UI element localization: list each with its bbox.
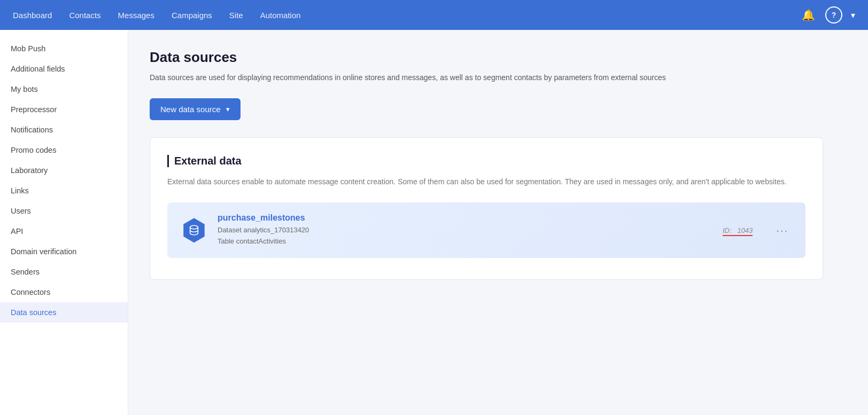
svg-point-0 [190,225,198,229]
sidebar-item-links[interactable]: Links [0,181,128,201]
sidebar-item-notifications[interactable]: Notifications [0,120,128,140]
sidebar: Mob Push Additional fields My bots Prepr… [0,30,128,415]
ds-meta: Dataset analytics_170313420 Table contac… [218,225,713,247]
sidebar-item-preprocessor[interactable]: Preprocessor [0,99,128,120]
sidebar-item-laboratory[interactable]: Laboratory [0,160,128,181]
ds-name-link[interactable]: purchase_milestones [218,213,305,222]
account-chevron-icon[interactable]: ▾ [851,10,855,20]
database-icon [188,224,200,236]
new-data-source-button[interactable]: New data source ▾ [150,98,241,120]
sidebar-item-promo-codes[interactable]: Promo codes [0,140,128,160]
ds-icon-wrap [180,216,208,244]
sidebar-item-domain-verification[interactable]: Domain verification [0,241,128,262]
nav-automation[interactable]: Automation [260,11,301,20]
sidebar-item-senders[interactable]: Senders [0,262,128,282]
app-layout: Mob Push Additional fields My bots Prepr… [0,30,868,415]
ds-table-label: Table [218,237,234,245]
help-icon[interactable]: ? [825,6,842,24]
ds-id: ID: 1043 [723,226,753,234]
sidebar-item-users[interactable]: Users [0,201,128,221]
section-title: External data [167,155,805,167]
ds-hexagon-icon [182,218,206,242]
page-title: Data sources [150,49,847,66]
sidebar-item-data-sources[interactable]: Data sources [0,302,128,323]
top-navigation: Dashboard Contacts Messages Campaigns Si… [0,0,868,30]
ds-info: purchase_milestones Dataset analytics_17… [218,213,713,247]
main-content: Data sources Data sources are used for d… [128,30,868,415]
ds-table-value: contactActivities [236,237,286,245]
ds-dataset-label: Dataset [218,226,242,234]
ds-dataset-value: analytics_170313420 [243,226,309,234]
ds-id-value: 1043 [737,226,753,234]
nav-messages[interactable]: Messages [118,11,154,20]
sidebar-item-additional-fields[interactable]: Additional fields [0,59,128,79]
page-description: Data sources are used for displaying rec… [150,72,823,83]
ds-id-label: ID: [723,226,732,234]
sidebar-item-mob-push[interactable]: Mob Push [0,38,128,59]
nav-icons: 🔔 ? ▾ [800,6,855,24]
ds-right: ID: 1043 ··· [723,222,793,239]
bell-icon[interactable]: 🔔 [800,6,817,24]
new-source-label: New data source [160,105,221,114]
new-source-chevron-icon: ▾ [226,105,230,113]
nav-dashboard[interactable]: Dashboard [13,11,52,20]
section-description: External data sources enable to automate… [167,176,805,187]
ds-more-button[interactable]: ··· [772,222,793,239]
nav-contacts[interactable]: Contacts [69,11,100,20]
nav-campaigns[interactable]: Campaigns [172,11,212,20]
data-source-item: purchase_milestones Dataset analytics_17… [167,202,805,258]
sidebar-item-connectors[interactable]: Connectors [0,282,128,302]
nav-site[interactable]: Site [229,11,243,20]
nav-links: Dashboard Contacts Messages Campaigns Si… [13,11,301,20]
sidebar-item-api[interactable]: API [0,221,128,241]
external-data-section: External data External data sources enab… [150,137,823,280]
sidebar-item-my-bots[interactable]: My bots [0,79,128,99]
